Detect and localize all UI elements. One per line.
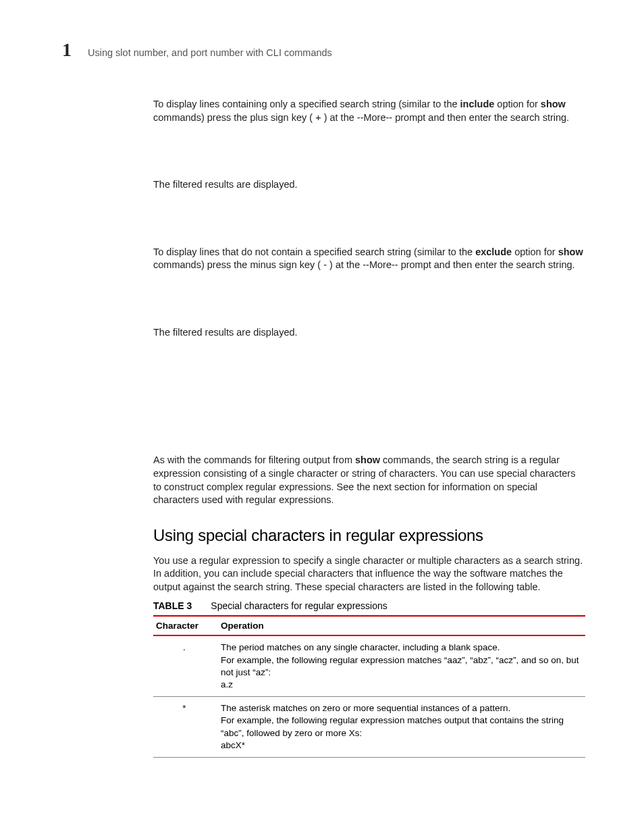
- paragraph: To display lines containing only a speci…: [153, 98, 585, 124]
- text: option for: [512, 246, 558, 257]
- text-bold: include: [460, 99, 495, 109]
- page-header: 1 Using slot number, and port number wit…: [62, 39, 582, 61]
- chapter-number: 1: [62, 39, 72, 61]
- cell-character: .: [153, 635, 218, 696]
- paragraph: The filtered results are displayed.: [153, 326, 585, 340]
- text: The period matches on any single charact…: [221, 642, 580, 654]
- text-bold: show: [541, 99, 566, 109]
- text-bold: exclude: [475, 246, 512, 257]
- cell-character: *: [153, 697, 218, 758]
- table-label: TABLE 3: [153, 600, 192, 611]
- running-head: Using slot number, and port number with …: [88, 47, 332, 58]
- table-caption: TABLE 3Special characters for regular ex…: [153, 600, 585, 611]
- page-content: To display lines containing only a speci…: [153, 98, 585, 758]
- paragraph: As with the commands for filtering outpu…: [153, 454, 585, 506]
- text: option for: [494, 99, 541, 109]
- cell-operation: The asterisk matches on zero or more seq…: [218, 697, 585, 758]
- text: To display lines that do not contain a s…: [153, 246, 475, 257]
- text: commands) press the minus sign key ( - )…: [153, 259, 575, 270]
- paragraph: The filtered results are displayed.: [153, 178, 585, 192]
- text: abcX*: [221, 739, 580, 752]
- paragraph: To display lines that do not contain a s…: [153, 246, 585, 272]
- table-row: . The period matches on any single chara…: [153, 635, 585, 696]
- cell-operation: The period matches on any single charact…: [218, 635, 585, 696]
- page: 1 Using slot number, and port number wit…: [0, 0, 644, 834]
- text-bold: show: [355, 454, 380, 465]
- table-row: * The asterisk matches on zero or more s…: [153, 697, 585, 758]
- table-header-row: Character Operation: [153, 616, 585, 635]
- text: The asterisk matches on zero or more seq…: [221, 702, 580, 714]
- paragraph: You use a regular expression to specify …: [153, 554, 585, 594]
- regex-table: Character Operation . The period matches…: [153, 615, 585, 758]
- text: For example, the following regular expre…: [221, 654, 580, 679]
- col-operation: Operation: [218, 616, 585, 635]
- text-bold: show: [558, 246, 583, 257]
- text: commands) press the plus sign key ( + ) …: [153, 112, 569, 123]
- text: a.z: [221, 679, 580, 691]
- table-caption-text: Special characters for regular expressio…: [211, 600, 387, 611]
- section-heading: Using special characters in regular expr…: [153, 526, 585, 545]
- text: As with the commands for filtering outpu…: [153, 454, 355, 465]
- text: To display lines containing only a speci…: [153, 99, 460, 109]
- text: For example, the following regular expre…: [221, 714, 580, 739]
- col-character: Character: [153, 616, 218, 635]
